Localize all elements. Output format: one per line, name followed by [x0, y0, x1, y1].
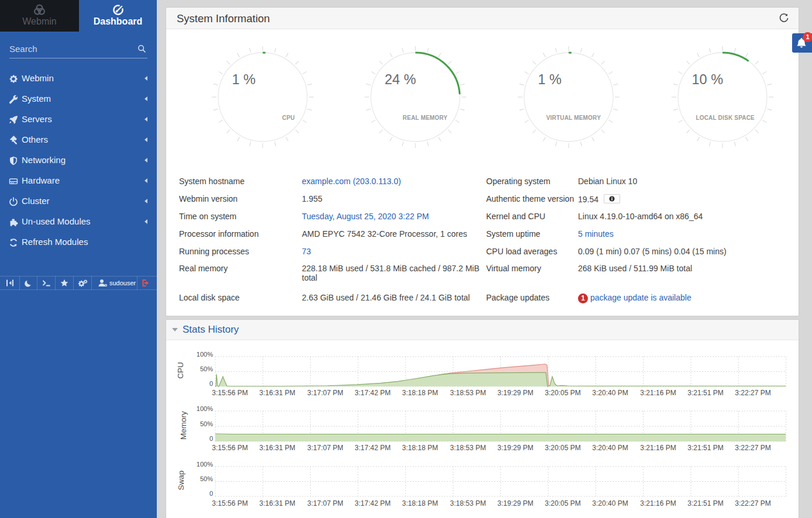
svg-text:1 %: 1 %	[232, 72, 256, 87]
svg-text:CPU: CPU	[282, 115, 295, 121]
svg-text:REAL MEMORY: REAL MEMORY	[402, 115, 448, 121]
svg-text:1 %: 1 %	[538, 72, 562, 87]
svg-text:VIRTUAL MEMORY: VIRTUAL MEMORY	[546, 115, 601, 121]
svg-text:24 %: 24 %	[385, 72, 417, 87]
svg-text:LOCAL DISK SPACE: LOCAL DISK SPACE	[696, 115, 755, 121]
svg-text:10 %: 10 %	[692, 72, 724, 87]
